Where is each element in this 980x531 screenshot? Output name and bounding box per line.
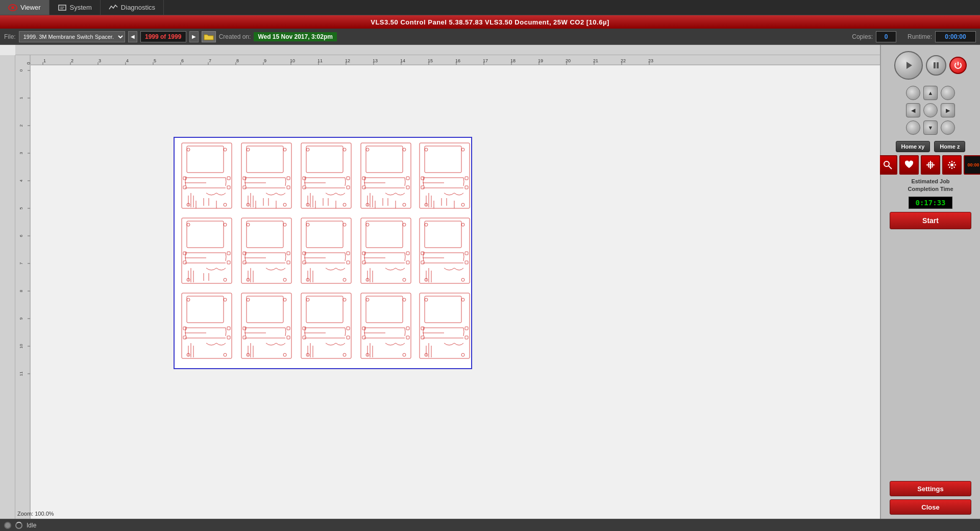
dpad-tl-button[interactable] bbox=[906, 86, 920, 100]
status-dot-1 bbox=[4, 522, 11, 529]
svg-rect-129 bbox=[347, 327, 350, 330]
svg-point-65 bbox=[224, 278, 227, 281]
start-button[interactable]: Start bbox=[890, 212, 971, 229]
svg-rect-27 bbox=[306, 146, 343, 173]
prev-file-button[interactable]: ◀ bbox=[128, 31, 137, 42]
svg-rect-36 bbox=[361, 143, 411, 208]
svg-line-237 bbox=[889, 166, 892, 169]
svg-rect-106 bbox=[182, 293, 232, 358]
svg-point-113 bbox=[224, 298, 227, 301]
svg-text:5: 5 bbox=[154, 58, 156, 63]
svg-point-133 bbox=[343, 298, 346, 301]
svg-rect-20 bbox=[243, 186, 246, 189]
svg-point-12 bbox=[187, 148, 190, 151]
svg-rect-37 bbox=[366, 146, 403, 173]
tab-diagnostics[interactable]: Diagnostics bbox=[101, 0, 164, 15]
svg-rect-39 bbox=[406, 177, 409, 180]
svg-rect-59 bbox=[227, 252, 230, 255]
tab-viewer[interactable]: Viewer bbox=[0, 0, 50, 15]
svg-rect-121 bbox=[287, 336, 290, 339]
svg-text:1: 1 bbox=[19, 96, 23, 99]
runtime-label: Runtime: bbox=[908, 33, 932, 40]
svg-rect-150 bbox=[421, 336, 424, 339]
heart-tool-button[interactable] bbox=[899, 155, 919, 175]
canvas-area[interactable]: // Will be generated inline via JS below bbox=[0, 45, 880, 519]
timer-tool-button[interactable]: 00:00 bbox=[964, 155, 980, 175]
svg-rect-47 bbox=[425, 146, 461, 173]
dpad-up-button[interactable]: ▲ bbox=[923, 86, 938, 100]
canvas-content[interactable]: 0 1 2 3 4 5 6 7 8 9 10 11 12 13 14 15 16 bbox=[15, 55, 880, 519]
svg-point-236 bbox=[884, 161, 889, 166]
home-xy-button[interactable]: Home xy bbox=[896, 141, 930, 152]
svg-point-43 bbox=[403, 148, 406, 151]
svg-point-92 bbox=[366, 223, 369, 226]
svg-rect-67 bbox=[247, 221, 283, 248]
svg-rect-110 bbox=[183, 336, 186, 339]
svg-rect-79 bbox=[347, 252, 350, 255]
svg-rect-131 bbox=[347, 336, 350, 339]
dpad-bl-button[interactable] bbox=[906, 120, 920, 135]
dpad-br-button[interactable] bbox=[941, 120, 955, 135]
svg-text:23: 23 bbox=[648, 58, 653, 63]
tab-system[interactable]: System bbox=[50, 0, 101, 15]
svg-point-15 bbox=[224, 203, 227, 206]
svg-rect-71 bbox=[287, 261, 290, 264]
svg-rect-130 bbox=[303, 336, 306, 339]
svg-rect-56 bbox=[182, 218, 232, 283]
created-label: Created on: bbox=[219, 33, 251, 40]
runtime-value: 0:00:00 bbox=[935, 31, 976, 42]
svg-rect-156 bbox=[15, 55, 880, 65]
svg-text:17: 17 bbox=[483, 58, 488, 63]
svg-point-93 bbox=[403, 223, 406, 226]
file-bar: File: 1999. 3M Membrane Switch Spacer. ◀… bbox=[0, 29, 980, 45]
power-button[interactable] bbox=[949, 57, 967, 74]
svg-text:11: 11 bbox=[19, 371, 23, 376]
home-z-button[interactable]: Home z bbox=[934, 141, 965, 152]
settings-tool-button[interactable] bbox=[942, 155, 962, 175]
open-folder-button[interactable] bbox=[202, 31, 216, 42]
svg-point-83 bbox=[343, 223, 346, 226]
svg-rect-31 bbox=[347, 186, 350, 189]
settings-button[interactable]: Settings bbox=[890, 481, 971, 496]
next-file-button[interactable]: ▶ bbox=[189, 31, 199, 42]
svg-rect-66 bbox=[241, 218, 291, 283]
diagnostics-icon bbox=[109, 4, 118, 11]
svg-rect-90 bbox=[362, 261, 365, 264]
svg-point-115 bbox=[224, 353, 227, 356]
svg-point-52 bbox=[425, 148, 428, 151]
svg-point-42 bbox=[366, 148, 369, 151]
svg-rect-136 bbox=[361, 293, 411, 358]
svg-rect-235 bbox=[937, 62, 939, 68]
svg-point-72 bbox=[247, 223, 250, 226]
svg-rect-7 bbox=[187, 146, 224, 173]
dpad-left-button[interactable]: ◀ bbox=[906, 103, 920, 117]
estimated-time: 0:17:33 bbox=[909, 197, 952, 209]
svg-rect-107 bbox=[187, 296, 224, 323]
svg-text:10: 10 bbox=[290, 58, 295, 63]
svg-rect-140 bbox=[362, 336, 365, 339]
svg-point-95 bbox=[403, 278, 406, 281]
svg-rect-17 bbox=[247, 146, 283, 173]
svg-point-103 bbox=[461, 223, 464, 226]
svg-rect-69 bbox=[287, 252, 290, 255]
ruler-top: // Will be generated inline via JS below bbox=[15, 45, 880, 55]
svg-point-142 bbox=[366, 298, 369, 301]
close-button[interactable]: Close bbox=[890, 499, 971, 515]
svg-text:18: 18 bbox=[510, 58, 516, 63]
dpad-down-button[interactable]: ▼ bbox=[923, 120, 938, 135]
dpad-tr-button[interactable] bbox=[941, 86, 955, 100]
dpad-right-button[interactable]: ▶ bbox=[941, 103, 955, 117]
svg-rect-146 bbox=[420, 293, 470, 358]
play-button[interactable] bbox=[894, 51, 923, 80]
right-panel: ▲ ◀ ▶ ▼ Home xy Home z bbox=[880, 45, 980, 519]
pause-button[interactable] bbox=[926, 55, 946, 76]
title-bar: VLS3.50 Control Panel 5.38.57.83 VLS3.50… bbox=[0, 15, 980, 29]
zoom-label: Zoom: 100.0% bbox=[17, 511, 54, 517]
svg-text:3: 3 bbox=[19, 152, 23, 154]
svg-rect-91 bbox=[406, 261, 409, 264]
svg-rect-57 bbox=[187, 221, 224, 248]
svg-rect-80 bbox=[303, 261, 306, 264]
center-tool-button[interactable] bbox=[921, 155, 940, 175]
file-select[interactable]: 1999. 3M Membrane Switch Spacer. bbox=[19, 31, 125, 42]
zoom-tool-button[interactable] bbox=[878, 155, 897, 175]
